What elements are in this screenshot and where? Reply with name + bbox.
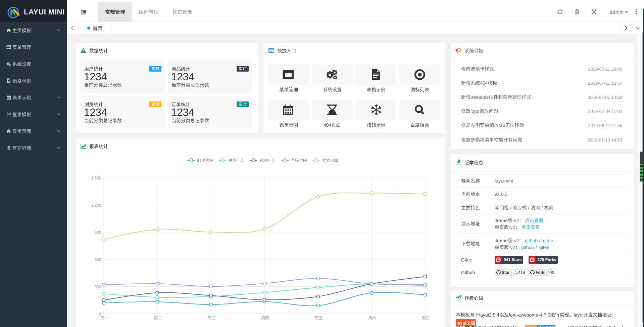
- svg-text:900: 900: [94, 230, 101, 235]
- svg-text:1,200: 1,200: [91, 203, 101, 208]
- svg-text:1,500: 1,500: [91, 176, 101, 180]
- svg-text:300: 300: [94, 285, 101, 289]
- svg-text:0: 0: [99, 312, 101, 317]
- svg-text:600: 600: [94, 257, 101, 262]
